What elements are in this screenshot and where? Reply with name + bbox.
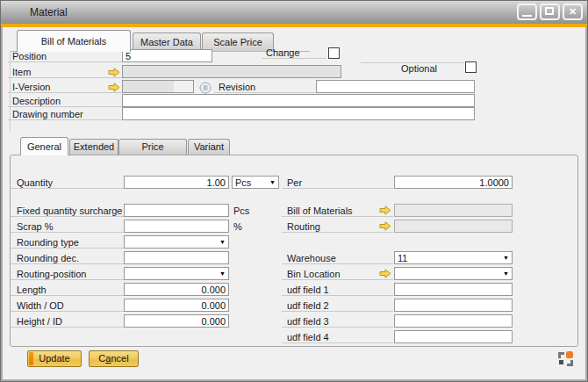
scrap-label: Scrap % bbox=[11, 221, 124, 233]
close-button[interactable]: ✕ bbox=[563, 4, 583, 20]
link-arrow-icon[interactable] bbox=[108, 83, 120, 92]
udf-field-2[interactable] bbox=[394, 299, 513, 312]
bin-location-dropdown[interactable]: ▼ bbox=[394, 267, 513, 280]
title-bar[interactable]: Material ✕ bbox=[1, 1, 587, 25]
resize-grip-icon[interactable] bbox=[558, 351, 574, 367]
rounding-dec-label: Rounding dec. bbox=[11, 253, 124, 264]
udf-field-4-label: udf field 4 bbox=[282, 332, 393, 343]
grip-dark-square bbox=[559, 360, 563, 364]
uom-dropdown[interactable]: Pcs ▼ bbox=[232, 176, 279, 189]
rounding-type-label: Rounding type bbox=[11, 237, 124, 249]
height-id-label: Height / ID bbox=[11, 316, 124, 328]
rounding-dec-field[interactable] bbox=[124, 251, 229, 264]
tab-price[interactable]: Price bbox=[118, 139, 187, 155]
maximize-icon bbox=[545, 7, 554, 15]
chevron-down-icon: ▼ bbox=[269, 179, 276, 186]
update-button-label: Update bbox=[39, 353, 69, 364]
udf-field-3-label: udf field 3 bbox=[282, 316, 393, 328]
routing-position-label: Routing-position bbox=[11, 269, 124, 280]
bill-of-materials-field bbox=[394, 204, 513, 217]
link-arrow-icon[interactable] bbox=[108, 68, 120, 77]
width-od-label: Width / OD bbox=[11, 300, 124, 312]
change-label: Change bbox=[262, 47, 326, 59]
close-icon: ✕ bbox=[569, 6, 577, 17]
tab-extended[interactable]: Extended bbox=[69, 139, 118, 155]
chevron-down-icon: ▼ bbox=[503, 255, 509, 262]
maximize-button[interactable] bbox=[540, 4, 560, 20]
material-window: Material ✕ Bill of Materials Master Data… bbox=[0, 0, 588, 382]
position-field[interactable] bbox=[122, 49, 212, 62]
scrap-unit: % bbox=[233, 221, 251, 233]
link-arrow-icon[interactable] bbox=[379, 269, 391, 278]
link-arrow-icon[interactable] bbox=[379, 205, 391, 215]
udf-field-4[interactable] bbox=[394, 330, 513, 343]
window-border bbox=[1, 27, 3, 381]
length-field[interactable] bbox=[124, 283, 229, 296]
per-label: Per bbox=[282, 177, 393, 189]
grip-orange-square bbox=[566, 351, 573, 358]
tab-variant[interactable]: Variant bbox=[188, 139, 230, 155]
minimize-button[interactable] bbox=[517, 4, 537, 20]
drawing-number-label: Drawing number bbox=[8, 109, 122, 120]
cancel-button-label: Cancel bbox=[98, 353, 128, 364]
update-button[interactable]: Update bbox=[27, 350, 82, 367]
fixed-quantity-surcharge-unit: Pcs bbox=[233, 205, 260, 217]
revision-field[interactable] bbox=[316, 80, 475, 93]
fixed-quantity-surcharge-label: Fixed quantity surcharge bbox=[11, 205, 124, 217]
tab-bill-of-materials[interactable]: Bill of Materials bbox=[17, 30, 131, 52]
height-id-field[interactable] bbox=[124, 314, 229, 328]
window-title: Material bbox=[30, 1, 68, 24]
link-arrow-icon[interactable] bbox=[379, 221, 391, 231]
udf-field-3[interactable] bbox=[394, 314, 513, 328]
routing-label: Routing bbox=[282, 221, 393, 233]
fixed-quantity-surcharge-field[interactable] bbox=[124, 204, 229, 217]
item-field bbox=[122, 65, 341, 78]
quantity-label: Quantity bbox=[11, 177, 124, 189]
warehouse-dropdown[interactable]: 11 ▼ bbox=[394, 251, 513, 264]
optional-label: Optional bbox=[397, 63, 449, 75]
length-label: Length bbox=[11, 285, 124, 296]
warehouse-value: 11 bbox=[398, 253, 407, 263]
item-label: Item bbox=[8, 67, 122, 78]
chevron-down-icon: ▼ bbox=[503, 270, 509, 277]
tab-general[interactable]: General bbox=[20, 137, 68, 155]
default-button-stripe bbox=[29, 352, 33, 365]
optional-checkbox[interactable] bbox=[465, 61, 477, 73]
grip-corner bbox=[567, 360, 573, 366]
cancel-button[interactable]: Cancel bbox=[89, 350, 139, 367]
bin-location-label: Bin Location bbox=[282, 269, 393, 280]
udf-field-2-label: udf field 2 bbox=[282, 300, 393, 312]
quantity-field[interactable] bbox=[124, 176, 229, 189]
udf-field-1[interactable] bbox=[394, 283, 513, 296]
description-label: Description bbox=[8, 96, 122, 107]
chevron-down-icon: ▼ bbox=[219, 239, 226, 246]
per-field[interactable] bbox=[394, 176, 513, 189]
i-version-label: I-Version bbox=[8, 82, 122, 93]
window-border bbox=[1, 379, 587, 381]
scrap-field[interactable] bbox=[124, 220, 229, 233]
grip-corner bbox=[558, 352, 564, 358]
udf-field-1-label: udf field 1 bbox=[282, 285, 393, 296]
warehouse-label: Warehouse bbox=[282, 253, 393, 264]
change-checkbox[interactable] bbox=[328, 47, 340, 59]
position-label: Position bbox=[8, 51, 122, 62]
window-border bbox=[585, 27, 587, 381]
minimize-icon bbox=[522, 15, 532, 17]
rounding-type-dropdown[interactable]: ▼ bbox=[124, 235, 229, 249]
routing-field bbox=[394, 220, 513, 233]
chevron-down-icon: ▼ bbox=[219, 270, 226, 277]
accent-bar bbox=[1, 24, 587, 27]
bill-of-materials-label: Bill of Materials bbox=[282, 205, 393, 217]
list-icon[interactable] bbox=[199, 82, 212, 94]
tab-master-data[interactable]: Master Data bbox=[133, 32, 201, 51]
routing-position-dropdown[interactable]: ▼ bbox=[124, 267, 229, 280]
i-version-field-segment bbox=[174, 81, 193, 92]
uom-value: Pcs bbox=[235, 177, 251, 188]
drawing-number-field[interactable] bbox=[122, 107, 475, 120]
description-field[interactable] bbox=[122, 94, 475, 107]
width-od-field[interactable] bbox=[124, 299, 229, 312]
revision-label: Revision bbox=[214, 82, 315, 93]
